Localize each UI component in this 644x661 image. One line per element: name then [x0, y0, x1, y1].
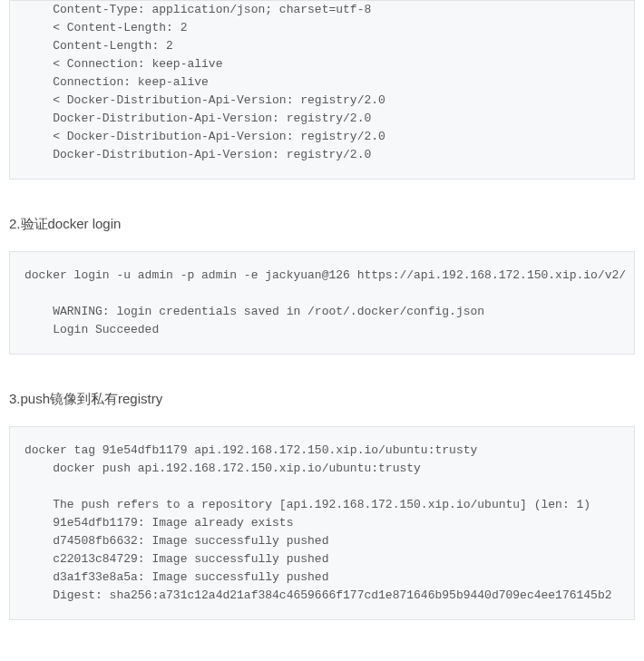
code-block-docker-login: docker login -u admin -p admin -e jackyu… [9, 251, 635, 355]
code-block-docker-push: docker tag 91e54dfb1179 api.192.168.172.… [9, 426, 635, 620]
code-block-http-headers: Content-Type: application/json; charset=… [9, 0, 635, 180]
section-title-2: 2.验证docker login [9, 216, 635, 233]
section-title-3: 3.push镜像到私有registry [9, 391, 635, 408]
